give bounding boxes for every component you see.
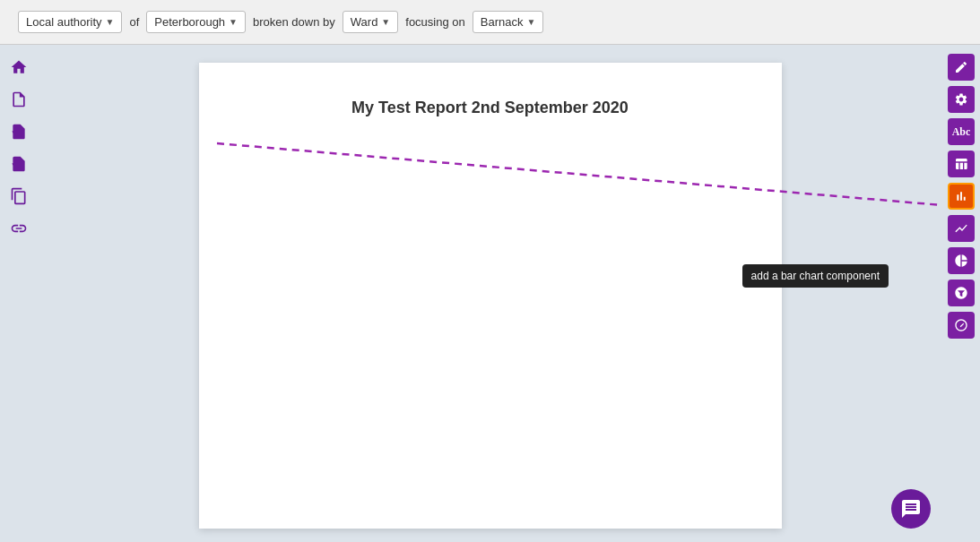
right-sidebar: Abc <box>942 45 980 542</box>
barnack-select[interactable]: Barnack ▼ <box>473 11 544 33</box>
focusing-on-label: focusing on <box>405 15 465 29</box>
word-doc2-icon[interactable] <box>5 151 32 177</box>
gauge-button[interactable] <box>948 312 975 339</box>
line-chart-button[interactable] <box>948 215 975 242</box>
bar-chart-button[interactable] <box>948 183 975 210</box>
pie-chart-button[interactable] <box>948 247 975 274</box>
home-icon[interactable] <box>5 54 32 81</box>
pencil-button[interactable] <box>948 54 975 81</box>
chatbot-button[interactable] <box>891 489 931 529</box>
peterborough-select[interactable]: Peterborough ▼ <box>146 11 246 33</box>
local-authority-select[interactable]: Local authority ▼ <box>18 11 122 33</box>
copy-icon[interactable] <box>5 183 32 210</box>
left-sidebar <box>0 45 38 542</box>
local-authority-arrow: ▼ <box>106 17 115 27</box>
ward-value: Ward <box>351 15 378 29</box>
barnack-value: Barnack <box>481 15 524 29</box>
peterborough-arrow: ▼ <box>229 17 238 27</box>
document-title: My Test Report 2nd September 2020 <box>244 99 737 117</box>
gear-button[interactable] <box>948 86 975 113</box>
dashed-line-decoration <box>199 116 943 233</box>
bar-chart-tooltip: add a bar chart component <box>742 264 889 288</box>
of-label: of <box>129 15 139 29</box>
funnel-button[interactable] <box>948 280 975 306</box>
text-button[interactable]: Abc <box>948 118 975 145</box>
link-icon[interactable] <box>5 215 32 242</box>
ward-select[interactable]: Ward ▼ <box>343 11 398 33</box>
broken-down-by-label: broken down by <box>253 15 335 29</box>
ward-arrow: ▼ <box>381 17 390 27</box>
table-button[interactable] <box>948 151 975 177</box>
local-authority-label: Local authority <box>26 15 102 29</box>
tooltip-text: add a bar chart component <box>751 270 880 282</box>
document-icon[interactable] <box>5 86 32 113</box>
word-doc-icon[interactable] <box>5 118 32 145</box>
barnack-arrow: ▼ <box>526 17 535 27</box>
document-page: My Test Report 2nd September 2020 <box>199 63 782 529</box>
svg-line-0 <box>217 143 943 206</box>
main-content: My Test Report 2nd September 2020 add a … <box>38 45 942 542</box>
peterborough-value: Peterborough <box>154 15 225 29</box>
filter-bar: Local authority ▼ of Peterborough ▼ brok… <box>0 0 980 45</box>
